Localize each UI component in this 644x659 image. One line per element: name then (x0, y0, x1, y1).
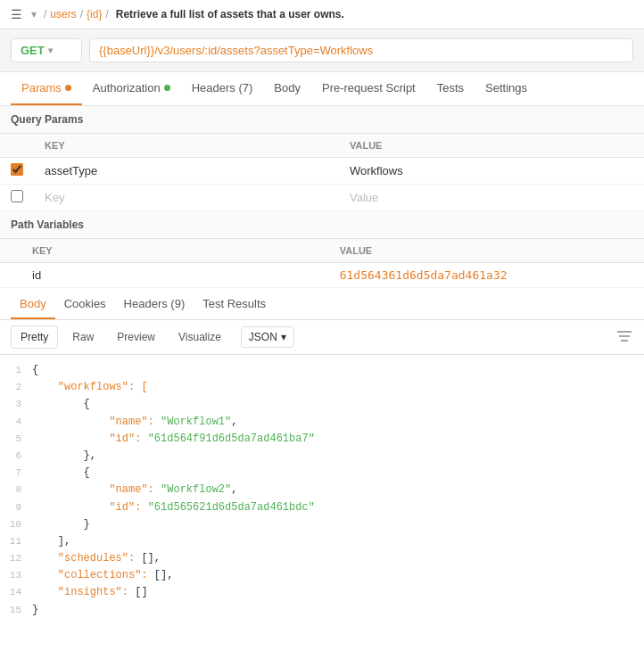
line-number: 14 (0, 584, 32, 601)
response-tabs-row: Body Cookies Headers (9) Test Results (0, 290, 644, 320)
line-number: 5 (0, 431, 32, 448)
url-input[interactable] (89, 38, 633, 62)
code-line: 2 "workflows": [ (0, 379, 644, 396)
qp-row1-value: Workflows (339, 158, 644, 185)
response-tab-testresults-label: Test Results (202, 297, 266, 310)
response-tab-testresults[interactable]: Test Results (194, 290, 275, 319)
code-line: 10 } (0, 516, 644, 533)
pv-value-header: VALUE (329, 239, 644, 263)
breadcrumb-sep2: / (80, 8, 83, 21)
format-tab-raw-label: Raw (72, 331, 94, 343)
format-tab-visualize[interactable]: Visualize (169, 326, 230, 348)
code-line: 3 { (0, 396, 644, 413)
pv-row1-key: id (21, 263, 329, 288)
code-line: 1{ (0, 362, 644, 379)
pv-row1-value: 61d564361d6d5da7ad461a32 (329, 263, 644, 288)
response-tab-cookies-label: Cookies (64, 297, 106, 310)
pv-key-header: KEY (21, 239, 329, 263)
format-tab-preview-label: Preview (117, 331, 155, 343)
tab-prerequest[interactable]: Pre-request Script (311, 72, 426, 105)
line-content: } (32, 516, 644, 533)
line-number: 6 (0, 448, 32, 465)
qp-row2-key[interactable]: Key (34, 185, 339, 211)
line-content: "id": "61d564f91d6d5da7ad461ba7" (32, 431, 644, 448)
tab-authorization[interactable]: Authorization (82, 72, 181, 105)
pv-row1-check-cell (0, 263, 21, 288)
format-tab-pretty[interactable]: Pretty (11, 325, 58, 349)
line-number: 3 (0, 396, 32, 413)
line-number: 2 (0, 379, 32, 396)
line-content: "insights": [] (32, 584, 644, 601)
format-tab-pretty-label: Pretty (21, 331, 48, 343)
code-line: 8 "name": "Workflow2", (0, 482, 644, 498)
qp-value-header: VALUE (339, 134, 644, 158)
breadcrumb-id[interactable]: {id} (87, 8, 102, 21)
response-tab-headers[interactable]: Headers (9) (115, 290, 194, 319)
breadcrumb-sep3: / (105, 8, 108, 21)
response-tab-body-label: Body (20, 297, 46, 310)
line-number: 8 (0, 482, 32, 498)
format-tabs-row: Pretty Raw Preview Visualize JSON ▾ (0, 320, 644, 355)
filter-icon[interactable] (615, 329, 633, 346)
line-number: 9 (0, 499, 32, 516)
tab-tests-label: Tests (437, 81, 464, 95)
tab-headers-label: Headers (7) (192, 81, 253, 95)
qp-row2-value[interactable]: Value (339, 185, 644, 211)
tab-params[interactable]: Params (11, 72, 82, 105)
code-line: 4 "name": "Workflow1", (0, 414, 644, 431)
qp-key-placeholder: Key (45, 191, 64, 204)
line-number: 11 (0, 533, 32, 550)
format-tab-raw[interactable]: Raw (63, 326, 103, 348)
line-number: 1 (0, 362, 32, 379)
breadcrumb-users[interactable]: users (50, 8, 76, 21)
response-tab-body[interactable]: Body (11, 290, 55, 319)
breadcrumb-title: Retrieve a full list of assets that a us… (116, 8, 344, 21)
code-line: 6 }, (0, 448, 644, 465)
tab-tests[interactable]: Tests (426, 72, 475, 105)
code-line: 15} (0, 602, 644, 619)
pv-check-header (0, 239, 21, 263)
line-content: "name": "Workflow2", (32, 482, 644, 498)
line-content: { (32, 396, 644, 413)
qp-row1-key: assetType (34, 158, 339, 185)
line-number: 10 (0, 516, 32, 533)
request-tabs-row: Params Authorization Headers (7) Body Pr… (0, 72, 644, 106)
authorization-dot (164, 85, 170, 91)
path-variables-table: KEY VALUE id 61d564361d6d5da7ad461a32 (0, 239, 644, 288)
breadcrumb-chevron: ▾ (31, 8, 37, 21)
table-row: Key Value (0, 185, 644, 211)
line-content: ], (32, 533, 644, 550)
tab-prerequest-label: Pre-request Script (322, 81, 416, 95)
format-tab-preview[interactable]: Preview (108, 326, 164, 348)
line-number: 12 (0, 550, 32, 567)
code-line: 7 { (0, 465, 644, 482)
line-number: 15 (0, 602, 32, 619)
tab-body[interactable]: Body (263, 72, 311, 105)
json-chevron-icon: ▾ (281, 331, 286, 343)
json-format-select[interactable]: JSON ▾ (241, 326, 294, 348)
qp-row2-check-cell[interactable] (0, 185, 34, 211)
code-block: 1{2 "workflows": [3 {4 "name": "Workflow… (0, 355, 644, 626)
path-variables-section-label: Path Variables (0, 211, 644, 239)
url-bar: GET ▾ (0, 29, 644, 72)
qp-row1-check-cell[interactable] (0, 158, 34, 185)
tab-settings[interactable]: Settings (475, 72, 538, 105)
qp-check-header (0, 134, 34, 158)
params-dot (65, 85, 71, 91)
method-select[interactable]: GET ▾ (11, 38, 82, 62)
qp-row2-checkbox[interactable] (11, 190, 23, 202)
json-format-label: JSON (249, 331, 277, 343)
query-params-section-label: Query Params (0, 106, 644, 134)
format-tab-visualize-label: Visualize (178, 331, 221, 343)
code-line: 9 "id": "61d565621d6d5da7ad461bdc" (0, 499, 644, 516)
line-number: 4 (0, 414, 32, 431)
code-line: 11 ], (0, 533, 644, 550)
code-line: 14 "insights": [] (0, 584, 644, 601)
line-content: "collections": [], (32, 567, 644, 584)
response-tab-cookies[interactable]: Cookies (55, 290, 115, 319)
line-content: { (32, 465, 644, 482)
qp-row1-checkbox[interactable] (11, 163, 23, 176)
tab-headers[interactable]: Headers (7) (181, 72, 264, 105)
line-content: "workflows": [ (32, 379, 644, 396)
line-number: 13 (0, 567, 32, 584)
